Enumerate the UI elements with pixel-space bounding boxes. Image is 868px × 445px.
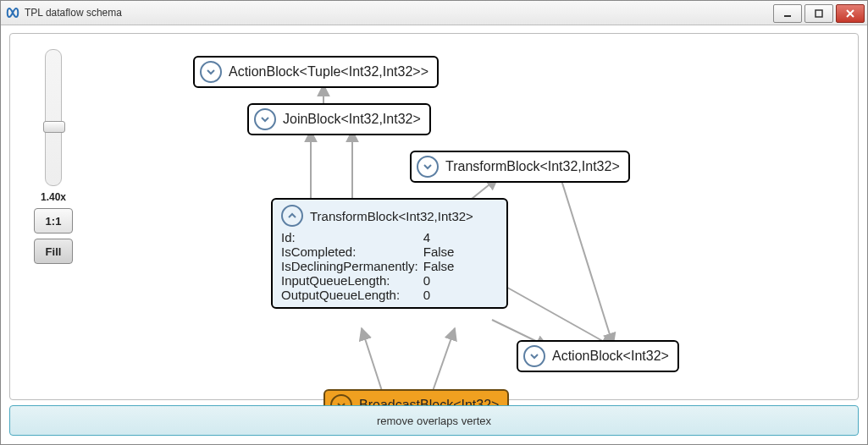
fill-button[interactable]: Fill [34,239,73,264]
node-actionblock-tuple[interactable]: ActionBlock<Tuple<Int32,Int32>> [193,56,439,88]
chevron-down-icon[interactable] [523,345,545,367]
node-joinblock[interactable]: JoinBlock<Int32,Int32> [247,103,431,135]
node-label: JoinBlock<Int32,Int32> [283,112,421,127]
node-actionblock-int32[interactable]: ActionBlock<Int32> [517,340,679,372]
window-buttons [773,3,867,23]
client-area: 1.40x 1:1 Fill [1,25,867,444]
maximize-button[interactable] [804,4,833,23]
table-row: InputQueueLength:0 [281,273,459,288]
node-transformblock-collapsed[interactable]: TransformBlock<Int32,Int32> [410,151,630,183]
prop-val: 0 [423,288,460,302]
prop-key: InputQueueLength: [281,273,423,288]
chevron-down-icon[interactable] [417,156,439,178]
svg-line-12 [561,178,613,345]
svg-line-9 [432,328,455,393]
zoom-label: 1.40x [25,191,81,203]
close-button[interactable] [836,4,865,23]
app-icon [6,6,19,19]
chevron-down-icon[interactable] [254,108,276,130]
svg-line-11 [503,285,613,347]
remove-overlaps-button[interactable]: remove overlaps vertex [9,405,859,436]
prop-val: 0 [423,273,460,288]
app-window: TPL dataflow schema 1.40x 1:1 Fill [0,0,868,445]
zoom-panel: 1.40x 1:1 Fill [25,49,81,264]
chevron-up-icon[interactable] [281,205,303,227]
graph-canvas[interactable]: 1.40x 1:1 Fill [9,33,859,400]
node-label: TransformBlock<Int32,Int32> [445,159,620,174]
table-row: Id:4 [281,230,459,244]
svg-rect-1 [815,10,822,17]
svg-line-8 [362,328,383,393]
table-row: OutputQueueLength:0 [281,288,459,302]
zoom-slider[interactable] [45,49,62,186]
prop-key: OutputQueueLength: [281,288,423,302]
zoom-slider-thumb[interactable] [43,121,65,133]
prop-val: False [423,244,460,259]
table-row: IsCompleted:False [281,244,459,259]
node-properties-table: Id:4 IsCompleted:False IsDecliningPerman… [281,230,459,302]
node-label: TransformBlock<Int32,Int32> [310,209,473,223]
prop-key: IsCompleted: [281,244,423,259]
one-to-one-button[interactable]: 1:1 [34,208,73,233]
prop-val: 4 [423,230,460,244]
node-label: ActionBlock<Tuple<Int32,Int32>> [229,64,428,80]
minimize-button[interactable] [773,4,802,23]
titlebar: TPL dataflow schema [1,1,867,25]
prop-val: False [423,259,460,273]
node-transformblock-expanded[interactable]: TransformBlock<Int32,Int32> Id:4 IsCompl… [271,198,508,309]
table-row: IsDecliningPermanently:False [281,259,459,273]
node-label: ActionBlock<Int32> [552,349,669,364]
prop-key: IsDecliningPermanently: [281,259,423,273]
chevron-down-icon[interactable] [200,61,222,83]
prop-key: Id: [281,230,423,244]
window-title: TPL dataflow schema [25,7,773,19]
